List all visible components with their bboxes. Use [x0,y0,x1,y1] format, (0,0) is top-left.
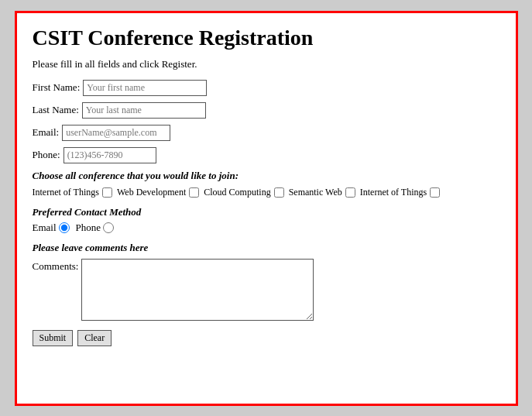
conference-section-label: Choose all conference that you would lik… [33,170,500,182]
instruction-text: Please fill in all fields and click Regi… [33,58,500,70]
submit-button[interactable]: Submit [33,330,74,346]
form-title: CSIT Conference Registration [33,26,500,50]
radio-email[interactable] [59,222,70,233]
radio-phone[interactable] [103,222,114,233]
first-name-label: First Name: [33,81,81,94]
buttons-row: Submit Clear [33,330,500,346]
checkbox-label-5: Internet of Things [360,187,427,198]
checkbox-cloud-computing[interactable] [274,187,284,198]
checkbox-item-4: Semantic Web [289,187,355,198]
form-wrapper: CSIT Conference Registration Please fill… [15,11,518,406]
checkbox-item-3: Cloud Computing [204,187,283,198]
checkbox-label-4: Semantic Web [289,187,342,198]
comments-textarea[interactable] [81,259,314,321]
checkbox-label-3: Cloud Computing [204,187,270,198]
phone-input[interactable] [63,147,156,163]
phone-row: Phone: [33,147,500,163]
first-name-row: First Name: [33,80,500,96]
comments-title: Please leave comments here [33,242,500,254]
checkbox-item-2: Web Development [117,187,199,198]
preferred-contact-title: Preferred Contact Method [33,206,500,218]
comments-section: Please leave comments here Comments: [33,242,500,321]
first-name-input[interactable] [83,80,207,96]
email-row: Email: [33,125,500,141]
last-name-input[interactable] [82,102,206,119]
checkboxes-row: Internet of Things Web Development Cloud… [33,187,500,198]
checkbox-internet-of-things-1[interactable] [102,187,112,198]
clear-button[interactable]: Clear [77,330,112,346]
last-name-label: Last Name: [33,104,79,116]
phone-label: Phone: [33,149,60,161]
radio-phone-label: Phone [76,222,101,234]
radio-row: Email Phone [33,222,500,234]
radio-phone-item: Phone [76,222,115,234]
preferred-contact-section: Preferred Contact Method Email Phone [33,206,500,234]
checkbox-label-2: Web Development [117,187,186,198]
page-container: CSIT Conference Registration Please fill… [0,0,532,416]
checkbox-web-development[interactable] [189,187,199,198]
comments-row: Comments: [33,259,500,321]
checkbox-semantic-web[interactable] [345,187,355,198]
email-label: Email: [33,126,60,139]
checkbox-item-1: Internet of Things [33,187,112,198]
radio-email-label: Email [33,222,57,234]
email-input[interactable] [62,125,170,141]
radio-email-item: Email [33,222,70,234]
comments-label: Comments: [33,260,79,273]
checkbox-internet-of-things-2[interactable] [430,187,440,198]
last-name-row: Last Name: [33,102,500,119]
checkbox-label-1: Internet of Things [33,187,99,198]
checkbox-item-5: Internet of Things [360,187,440,198]
